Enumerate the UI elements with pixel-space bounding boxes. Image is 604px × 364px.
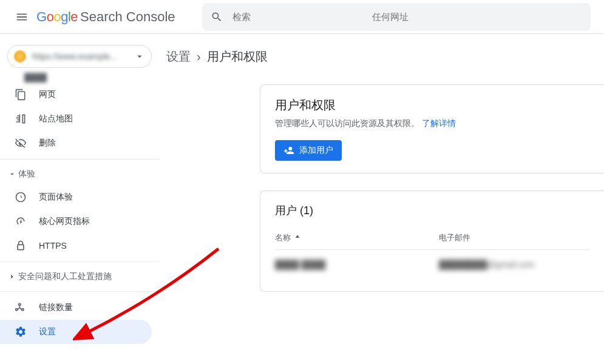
hamburger-menu-button[interactable] bbox=[10, 5, 34, 29]
property-favicon bbox=[14, 50, 26, 62]
sidebar-item-page-experience[interactable]: 页面体验 bbox=[0, 185, 152, 209]
main-content: 设置 › 用户和权限 用户和权限 管理哪些人可以访问此资源及其权限。 了解详情 … bbox=[159, 34, 604, 364]
url-inspect-input[interactable] bbox=[232, 12, 582, 22]
breadcrumb: 设置 › 用户和权限 bbox=[159, 49, 604, 65]
sidebar-item-settings[interactable]: 设置 bbox=[0, 320, 152, 344]
sidebar-truncated: ████ bbox=[24, 73, 159, 83]
subtitle-text: 管理哪些人可以访问此资源及其权限。 bbox=[275, 118, 419, 128]
gear-icon bbox=[13, 326, 28, 338]
divider bbox=[0, 261, 159, 262]
sort-asc-icon bbox=[293, 234, 302, 242]
sidebar-group-experience[interactable]: 体验 bbox=[0, 163, 159, 185]
sidebar-item-label: 设置 bbox=[39, 326, 56, 337]
card-title: 用户和权限 bbox=[275, 97, 589, 113]
links-icon bbox=[13, 302, 28, 314]
column-label: 名称 bbox=[275, 232, 291, 243]
user-name-cell: ████ ████ bbox=[275, 260, 439, 269]
page-experience-icon bbox=[13, 191, 28, 203]
property-label: https://www.example... bbox=[32, 52, 134, 61]
product-logo[interactable]: Google Search Console bbox=[36, 9, 175, 25]
column-label: 电子邮件 bbox=[439, 233, 470, 242]
sidebar-item-label: 网页 bbox=[39, 89, 56, 100]
breadcrumb-root[interactable]: 设置 bbox=[166, 49, 191, 65]
url-inspect-search[interactable] bbox=[202, 3, 591, 31]
speed-icon bbox=[13, 215, 28, 228]
sidebar-item-label: HTTPS bbox=[39, 241, 67, 251]
sidebar-group-security[interactable]: 安全问题和人工处置措施 bbox=[0, 266, 159, 288]
sidebar-item-links[interactable]: 链接数量 bbox=[0, 295, 152, 320]
google-logo-text: Google bbox=[36, 9, 78, 25]
sitemap-icon bbox=[13, 113, 28, 125]
search-icon bbox=[211, 11, 223, 23]
chevron-down-icon bbox=[134, 51, 145, 62]
pages-icon bbox=[13, 89, 28, 101]
top-bar: Google Search Console bbox=[0, 0, 604, 34]
menu-icon bbox=[15, 10, 29, 24]
lock-icon bbox=[13, 240, 28, 252]
sidebar-item-pages[interactable]: 网页 bbox=[0, 83, 152, 107]
add-user-button[interactable]: 添加用户 bbox=[275, 140, 342, 161]
permissions-card: 用户和权限 管理哪些人可以访问此资源及其权限。 了解详情 添加用户 bbox=[260, 84, 604, 174]
chevron-right-icon bbox=[6, 272, 18, 281]
sidebar-item-label: 删除 bbox=[39, 138, 56, 149]
sidebar: https://www.example... ████ 网页 站点地图 删除 体… bbox=[0, 34, 159, 364]
chevron-right-icon: › bbox=[197, 50, 201, 64]
sidebar-item-removals[interactable]: 删除 bbox=[0, 131, 152, 155]
divider bbox=[0, 159, 159, 160]
user-email-cell: ████████@gmail.com bbox=[439, 260, 589, 269]
users-title: 用户 (1) bbox=[275, 203, 589, 218]
sidebar-item-label: 链接数量 bbox=[39, 302, 73, 313]
person-add-icon bbox=[283, 145, 294, 156]
sidebar-item-label: 核心网页指标 bbox=[39, 216, 90, 227]
property-selector[interactable]: https://www.example... bbox=[7, 45, 152, 68]
learn-more-link[interactable]: 了解详情 bbox=[422, 118, 456, 128]
users-card: 用户 (1) 名称 电子邮件 ████ ████ ████████@gmail.… bbox=[260, 190, 604, 292]
sidebar-group-label: 体验 bbox=[18, 169, 35, 180]
divider bbox=[0, 291, 159, 292]
column-header-name[interactable]: 名称 bbox=[275, 232, 439, 243]
chevron-down-icon bbox=[6, 170, 18, 178]
sidebar-group-label: 安全问题和人工处置措施 bbox=[18, 271, 112, 282]
add-user-label: 添加用户 bbox=[299, 145, 333, 156]
sidebar-item-sitemaps[interactable]: 站点地图 bbox=[0, 107, 152, 131]
breadcrumb-current: 用户和权限 bbox=[207, 49, 268, 65]
card-subtitle: 管理哪些人可以访问此资源及其权限。 了解详情 bbox=[275, 118, 589, 129]
sidebar-item-core-web-vitals[interactable]: 核心网页指标 bbox=[0, 209, 152, 234]
sidebar-item-https[interactable]: HTTPS bbox=[0, 234, 152, 258]
column-header-email[interactable]: 电子邮件 bbox=[439, 232, 589, 243]
table-row[interactable]: ████ ████ ████████@gmail.com bbox=[275, 250, 589, 279]
product-name: Search Console bbox=[80, 9, 175, 25]
sidebar-item-label: 站点地图 bbox=[39, 113, 73, 124]
sidebar-item-label: 页面体验 bbox=[39, 192, 73, 203]
removal-icon bbox=[13, 137, 28, 149]
table-header: 名称 电子邮件 bbox=[275, 232, 589, 250]
